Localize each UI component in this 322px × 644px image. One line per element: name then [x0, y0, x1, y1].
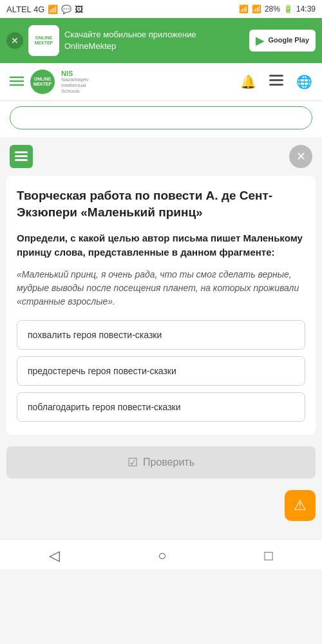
app-banner: ✕ ONLINEМЕКТЕР Скачайте мобильное прилож…	[0, 18, 322, 63]
battery-icon: 🔋	[283, 5, 293, 14]
card-title: Творческая работа по повести А. де Сент-…	[17, 187, 305, 220]
carrier-label: ALTEL 4G	[6, 5, 44, 14]
content-card: Творческая работа по повести А. де Сент-…	[6, 176, 316, 435]
tool-row: ✕	[0, 137, 322, 176]
answer-option-3[interactable]: поблагодарить героя повести-сказки	[17, 392, 305, 422]
quote-text: «Маленький принц, я очень рада, что ты с…	[17, 268, 305, 308]
nis-logo-area: NIS Nazarbayev Intellectual Schools	[61, 70, 89, 94]
check-area[interactable]: ☑ Проверить	[6, 446, 316, 478]
globe-icon[interactable]: 🌐	[296, 74, 312, 90]
header-nav: ONLINEМЕКТЕР NIS Nazarbayev Intellectual…	[0, 63, 322, 101]
message-icon: 💬	[61, 5, 71, 14]
banner-close-button[interactable]: ✕	[6, 32, 23, 49]
battery-label: 28%	[265, 5, 280, 14]
svg-rect-7	[15, 155, 28, 157]
search-area	[0, 101, 322, 137]
status-right: 📶 📶 28% 🔋 14:39	[239, 5, 316, 14]
close-button[interactable]: ✕	[289, 145, 312, 168]
signal-icon: 📶	[48, 5, 58, 14]
banner-logo: ONLINEМЕКТЕР	[28, 25, 59, 56]
time-label: 14:39	[296, 5, 316, 14]
svg-rect-3	[269, 75, 283, 77]
nis-subtitle3: Schools	[61, 89, 89, 95]
banner-description: Скачайте мобильное приложение OnlineMekt…	[64, 29, 244, 52]
status-left: ALTEL 4G 📶 💬 🖼	[6, 5, 83, 14]
list-view-icon[interactable]	[269, 75, 283, 90]
search-bar[interactable]	[10, 106, 312, 129]
answer-option-2[interactable]: предостеречь героя повести-сказки	[17, 356, 305, 386]
banner-logo-text: ONLINEМЕКТЕР	[35, 35, 53, 45]
warning-fab-button[interactable]: ⚠	[285, 490, 316, 521]
back-button[interactable]: ◁	[49, 547, 60, 564]
svg-rect-4	[269, 79, 283, 81]
main-content: ✕ Творческая работа по повести А. де Сен…	[0, 137, 322, 526]
google-play-button[interactable]: ▶ Google Play	[249, 30, 316, 52]
close-icon: ✕	[11, 35, 19, 46]
svg-rect-8	[15, 159, 28, 161]
check-icon: ☑	[128, 455, 138, 469]
home-button[interactable]: ○	[158, 547, 166, 564]
svg-rect-6	[15, 151, 28, 153]
recents-button[interactable]: □	[265, 547, 273, 564]
bottom-nav: ◁ ○ □	[0, 539, 322, 569]
play-icon: ▶	[256, 33, 265, 48]
online-mektep-logo: ONLINEМЕКТЕР	[30, 70, 55, 94]
signal-bars-icon: 📶	[252, 5, 261, 14]
close-icon: ✕	[296, 149, 306, 164]
google-play-label: Google Play	[268, 36, 309, 44]
status-bar: ALTEL 4G 📶 💬 🖼 📶 📶 28% 🔋 14:39	[0, 0, 322, 18]
warning-icon: ⚠	[294, 497, 307, 514]
photo-icon: 🖼	[75, 5, 83, 14]
nav-hamburger-icon[interactable]	[10, 75, 24, 90]
check-button[interactable]: ☑ Проверить	[128, 455, 194, 469]
check-label: Проверить	[143, 457, 194, 468]
bell-icon[interactable]: 🔔	[240, 74, 256, 90]
svg-rect-5	[269, 84, 283, 86]
answer-option-1[interactable]: похвалить героя повести-сказки	[17, 320, 305, 350]
question-text: Определи, с какой целью автор письма пиш…	[17, 231, 305, 260]
wifi-icon: 📶	[239, 5, 249, 14]
fab-area: ⚠	[0, 485, 322, 526]
menu-button[interactable]	[10, 145, 33, 168]
